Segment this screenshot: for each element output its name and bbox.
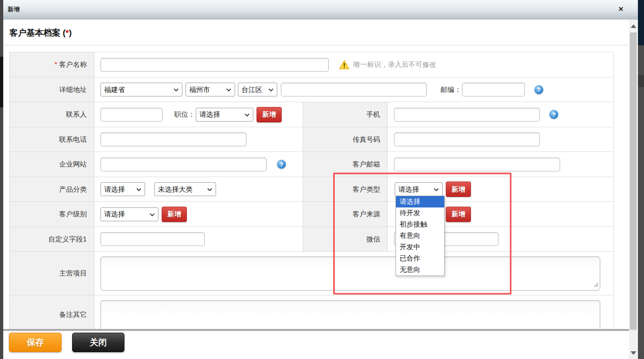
dialog-titlebar: 新增 × (3, 0, 638, 19)
customer-source-label: 客户来源 (353, 209, 380, 219)
scrollbar-thumb[interactable] (630, 32, 637, 330)
chevron-down-icon (207, 185, 212, 193)
resize-grip-icon[interactable] (594, 282, 599, 289)
customer-source-label-cell: 客户来源 (303, 202, 388, 227)
customer-type-select[interactable]: 请选择 (395, 182, 443, 196)
vertical-scrollbar[interactable] (629, 19, 638, 359)
chevron-down-icon (173, 85, 179, 94)
customer-name-label-cell: * 客户名称 (10, 52, 94, 77)
row-contact-mobile: 联系人 职位： 请选择 新增 手机 (10, 102, 614, 127)
position-select[interactable]: 请选择 (196, 108, 253, 122)
dropdown-option[interactable]: 请选择 (396, 196, 444, 207)
address-label-cell: 详细地址 (10, 77, 94, 102)
position-label: 职位： (174, 110, 195, 119)
fax-label-cell: 传真号码 (303, 127, 388, 152)
row-phone-fax: 联系电话 传真号码 (10, 127, 614, 152)
website-input[interactable] (101, 158, 267, 171)
remarks-label: 备注其它 (59, 310, 87, 319)
page-title: 客户基本档案 (*) (9, 27, 72, 38)
help-icon[interactable]: ? (534, 85, 543, 94)
fax-input[interactable] (394, 132, 540, 146)
help-icon[interactable]: ? (277, 160, 286, 169)
wechat-label-cell: 微信 (303, 227, 388, 251)
row-remarks: 备注其它 (10, 295, 614, 329)
mobile-label-cell: 手机 (303, 102, 388, 127)
chevron-down-icon (226, 85, 231, 94)
customer-type-label-cell: 客户类型 (303, 177, 388, 201)
customer-level-label: 客户级别 (59, 209, 87, 219)
row-custom-wechat: 自定义字段1 微信 (10, 227, 614, 252)
add-customer-dialog: 新增 × 客户基本档案 (*) (3, 0, 638, 359)
required-star: * (55, 61, 57, 68)
add-contact-button[interactable]: 新增 (257, 107, 282, 122)
product-category-minor-select[interactable]: 未选择大类 (154, 182, 216, 196)
row-customer-name: * 客户名称 唯一标识，录入后不可修改 (10, 52, 614, 77)
customer-form-table: * 客户名称 唯一标识，录入后不可修改 (9, 52, 614, 329)
contact-input[interactable] (101, 108, 163, 122)
phone-label-cell: 联系电话 (10, 127, 94, 152)
custom-field-1-input[interactable] (101, 232, 205, 246)
product-category-label-cell: 产品分类 (10, 177, 94, 201)
city-select[interactable]: 福州市 (186, 83, 235, 96)
close-button[interactable]: 关闭 (72, 333, 124, 352)
save-button[interactable]: 保存 (9, 333, 62, 352)
warning-icon (339, 60, 349, 69)
page-background-left (0, 0, 3, 359)
customer-name-label: 客户名称 (59, 60, 87, 69)
remarks-label-cell: 备注其它 (10, 295, 94, 329)
product-category-label: 产品分类 (59, 185, 87, 194)
help-icon[interactable]: ? (549, 110, 558, 119)
add-customer-level-button[interactable]: 新增 (162, 207, 187, 222)
chevron-down-icon (136, 185, 141, 193)
customer-name-input[interactable] (101, 58, 329, 72)
email-label-cell: 客户邮箱 (303, 152, 388, 177)
row-address: 详细地址 福建省 福州市 台江区 (10, 77, 614, 102)
website-label-cell: 企业网站 (10, 152, 94, 177)
street-address-input[interactable] (281, 83, 427, 96)
customer-level-select[interactable]: 请选择 (101, 207, 158, 221)
dropdown-option[interactable]: 待开发 (396, 207, 444, 219)
email-input[interactable] (394, 158, 560, 171)
scroll-up-arrow-icon[interactable] (631, 24, 636, 28)
chevron-down-icon (268, 85, 274, 94)
required-star: * (66, 28, 69, 37)
chevron-down-icon (244, 111, 250, 119)
product-category-major-select[interactable]: 请选择 (101, 182, 145, 196)
phone-label: 联系电话 (59, 135, 87, 144)
contact-label-cell: 联系人 (10, 102, 94, 127)
remarks-textarea[interactable] (101, 300, 600, 329)
row-website-email: 企业网站 ? 客户邮箱 (10, 152, 614, 177)
mobile-label: 手机 (366, 110, 380, 119)
page-background-right (638, 0, 644, 359)
custom-field-1-label-cell: 自定义字段1 (10, 227, 94, 251)
customer-level-label-cell: 客户级别 (10, 202, 94, 227)
district-select[interactable]: 台江区 (238, 83, 277, 96)
mobile-input[interactable] (394, 108, 540, 122)
dropdown-option[interactable]: 无意向 (396, 264, 444, 276)
close-icon[interactable]: × (618, 4, 623, 13)
add-customer-type-button[interactable]: 新增 (446, 182, 471, 197)
province-select[interactable]: 福建省 (101, 83, 182, 96)
form-content: * 客户名称 唯一标识，录入后不可修改 (3, 45, 629, 329)
postal-code-label: 邮编： (441, 85, 461, 94)
fax-label: 传真号码 (353, 135, 380, 144)
add-customer-source-button[interactable]: 新增 (446, 207, 471, 222)
contact-label: 联系人 (66, 110, 87, 119)
main-projects-textarea[interactable] (101, 256, 600, 291)
custom-field-1-label: 自定义字段1 (49, 235, 87, 244)
postal-code-input[interactable] (462, 83, 525, 96)
phone-input[interactable] (101, 132, 246, 146)
dropdown-option[interactable]: 已合作 (396, 253, 444, 264)
main-projects-label: 主营项目 (59, 269, 87, 278)
wechat-label: 微信 (366, 235, 380, 244)
form-header: 客户基本档案 (*) (3, 19, 629, 45)
main-projects-label-cell: 主营项目 (10, 252, 94, 295)
chevron-down-icon (434, 185, 439, 193)
row-category-type: 产品分类 请选择 未选择大类 客户类型 (10, 177, 614, 202)
row-level-source: 客户级别 请选择 新增 客户来源 新增 (10, 202, 614, 227)
dropdown-option[interactable]: 有意向 (396, 230, 444, 241)
chevron-down-icon (150, 210, 155, 218)
scroll-down-arrow-icon[interactable] (631, 351, 636, 355)
dropdown-option[interactable]: 初步接触 (396, 219, 444, 230)
dropdown-option[interactable]: 开发中 (396, 241, 444, 253)
